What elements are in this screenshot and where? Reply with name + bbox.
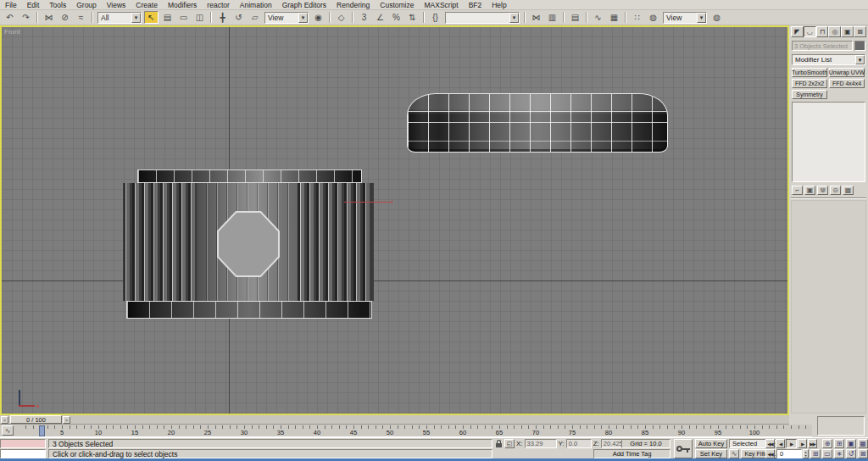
track-bar-ruler[interactable]: 5101520253035404550556065707580859095100 [15,425,812,436]
track-bar[interactable]: ∿ 51015202530354045505560657075808590951… [0,425,812,437]
go-to-start-button[interactable]: ◀◀ [765,439,775,448]
play-animation-button[interactable]: ▶ [786,439,797,448]
select-and-move-button[interactable]: ╋ [215,11,230,24]
key-filters-button[interactable]: Key Filters... [741,449,782,458]
mesh-finned-cylinder-object[interactable] [123,169,374,319]
current-frame-field[interactable]: 0 [776,449,802,458]
reference-coordinate-system-dropdown[interactable]: View▾ [264,12,309,24]
menu-bf2[interactable]: BF2 [464,1,487,9]
add-time-tag-button[interactable]: Add Time Tag [593,449,670,458]
mirror-button[interactable]: ⋈ [529,11,543,24]
modifier-stack-list[interactable] [792,102,865,182]
x-coord-field[interactable]: 33.29 [525,439,557,448]
modifier-list-dropdown[interactable]: Modifier List ▾ [792,54,865,65]
snap-toggle-3d-button[interactable]: 3 [357,11,371,24]
mesh-disc-object[interactable] [407,93,668,153]
chevron-down-icon[interactable]: ▾ [855,55,865,64]
unlink-selection-button[interactable]: ⊘ [58,11,72,24]
undo-button[interactable]: ↶ [3,11,17,24]
layer-manager-button[interactable]: ▤ [568,11,582,24]
zoom-region-button[interactable]: ▭ [822,449,832,458]
render-scene-button[interactable]: ◍ [646,11,660,24]
tab-display[interactable]: ▣ [841,26,854,37]
zoom-extents-all-button[interactable]: ▦ [858,439,868,448]
auto-key-button[interactable]: Auto Key [695,439,727,448]
object-color-swatch[interactable] [854,41,865,51]
menu-animation[interactable]: Animation [235,1,277,9]
bind-to-space-warp-button[interactable]: ≈ [74,11,88,24]
tab-utilities[interactable]: ⊠ [854,26,866,37]
configure-modifier-sets-button[interactable]: ▦ [843,186,854,195]
menu-rendering[interactable]: Rendering [331,1,375,9]
key-mode-toggle-button[interactable]: ◀◀ [765,449,775,458]
select-object-button[interactable]: ↖ [144,11,159,24]
use-pivot-point-center-button[interactable]: ◉ [311,11,326,24]
material-editor-button[interactable]: ∷ [630,11,644,24]
time-slider-prev-button[interactable]: < [1,416,8,424]
menu-maxscript[interactable]: MAXScript [419,1,463,9]
modifier-button-ffd-4x4x4[interactable]: FFD 4x4x4 [829,79,865,88]
quick-render-button[interactable]: ◍ [709,11,724,24]
viewport-front[interactable]: Front [0,25,789,415]
modifier-button-unwrap-uvw[interactable]: Unwrap UVW [829,68,865,77]
modifier-button-turbosmooth[interactable]: TurboSmooth [792,68,827,77]
menu-customize[interactable]: Customize [375,1,419,9]
key-filter-curve-icon[interactable]: ∿ [729,449,739,458]
go-to-end-button[interactable]: ▶▶ [808,439,817,448]
schematic-view-button[interactable]: ▦ [607,11,621,24]
render-type-dropdown[interactable]: View▾ [663,12,707,24]
pan-button[interactable]: ∗ [834,449,844,458]
zoom-extents-button[interactable]: ▣ [846,439,856,448]
select-and-manipulate-button[interactable]: ◇ [334,11,348,24]
tab-hierarchy[interactable]: ⊓ [816,26,829,37]
remove-modifier-button[interactable]: ⊝ [830,186,841,195]
angle-snap-toggle-button[interactable]: ∠ [373,11,387,24]
selection-lock-icon[interactable] [495,440,503,448]
maxscript-mini-listener[interactable] [0,449,46,458]
time-slider-next-button[interactable]: > [63,416,70,424]
next-frame-button[interactable]: ▶ [798,439,807,448]
redo-button[interactable]: ↷ [19,11,33,24]
align-button[interactable]: ▥ [545,11,559,24]
window-crossing-toggle[interactable]: ◫ [192,11,207,24]
zoom-button[interactable]: ⊕ [822,439,832,448]
percent-snap-toggle-button[interactable]: % [389,11,403,24]
chevron-down-icon[interactable]: ▾ [509,13,519,23]
menu-views[interactable]: Views [102,1,131,9]
menu-file[interactable]: File [0,1,22,9]
set-keys-button[interactable] [674,439,693,458]
chevron-down-icon[interactable]: ▾ [697,13,706,23]
select-and-link-button[interactable]: ⋈ [42,11,56,24]
menu-tools[interactable]: Tools [44,1,71,9]
chevron-down-icon[interactable]: ▾ [298,13,308,23]
frame-spinner[interactable]: ▴ ▾ [803,449,809,458]
set-key-button[interactable]: Set Key [695,449,727,458]
make-unique-button[interactable]: ⋓ [817,186,828,195]
tab-modify[interactable]: ◡ [804,26,816,37]
menu-graph-editors[interactable]: Graph Editors [277,1,331,9]
menu-modifiers[interactable]: Modifiers [163,1,202,9]
spinner-snap-toggle-button[interactable]: ⇅ [405,11,420,24]
menu-reactor[interactable]: reactor [202,1,234,9]
y-coord-field[interactable]: 0.0 [566,439,592,448]
current-frame-indicator[interactable] [39,425,45,436]
menu-group[interactable]: Group [71,1,102,9]
time-configuration-button[interactable]: ⊞ [810,449,821,458]
pin-stack-button[interactable]: ⌐ [792,186,803,195]
curve-editor-button[interactable]: ∿ [591,11,605,24]
time-slider-handle[interactable]: 0 / 100 [10,415,62,424]
edit-named-selection-sets-button[interactable]: {} [428,11,442,24]
menu-create[interactable]: Create [131,1,163,9]
rectangular-selection-region-button[interactable]: ▭ [176,11,191,24]
select-by-name-button[interactable]: ▤ [160,11,175,24]
selection-filter-dropdown[interactable]: All▾ [97,12,142,24]
tab-motion[interactable]: ◎ [828,26,841,37]
absolute-mode-toggle[interactable]: ◱ [504,439,515,448]
time-slider-bar[interactable]: < 0 / 100 > [0,415,789,425]
select-and-rotate-button[interactable]: ↺ [231,11,246,24]
modifier-button-symmetry[interactable]: Symmetry [792,90,827,99]
maxscript-mini-listener-macro[interactable] [0,439,46,448]
menu-help[interactable]: Help [487,1,511,9]
open-mini-curve-editor-button[interactable]: ∿ [2,425,14,436]
modifier-button-ffd-2x2x2[interactable]: FFD 2x2x2 [792,79,827,88]
